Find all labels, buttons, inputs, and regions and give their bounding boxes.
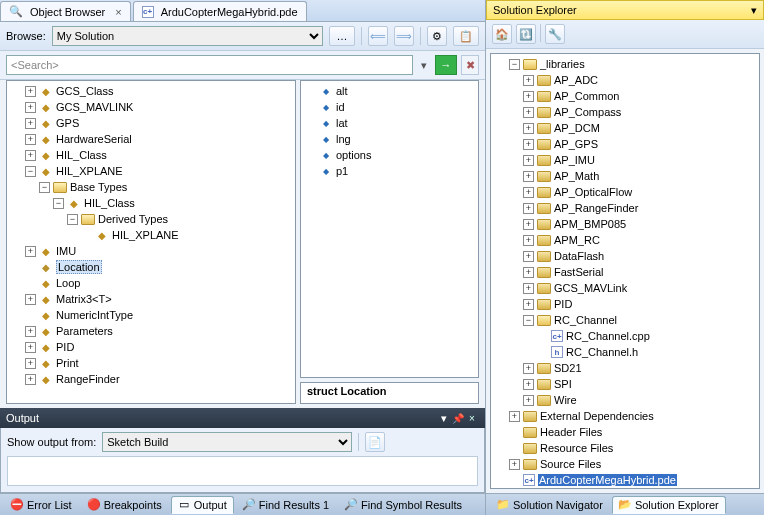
expand-icon[interactable]: + xyxy=(523,107,534,118)
expand-icon[interactable]: + xyxy=(25,294,36,305)
tab-find-symbol[interactable]: 🔎Find Symbol Results xyxy=(338,496,469,514)
output-content[interactable] xyxy=(7,456,478,486)
tab-solution-navigator[interactable]: 📁Solution Navigator xyxy=(490,496,610,514)
dropdown-icon[interactable]: ▾ xyxy=(751,4,757,17)
tab-pde-file[interactable]: c+ ArduCopterMegaHybrid.pde xyxy=(133,1,307,21)
expand-icon[interactable]: + xyxy=(523,235,534,246)
search-dropdown[interactable]: ▾ xyxy=(417,55,431,75)
collapse-icon[interactable]: − xyxy=(39,182,50,193)
cpp-file-icon: c+ xyxy=(142,6,154,18)
expand-icon[interactable]: + xyxy=(25,342,36,353)
cpp-file-icon: c+ xyxy=(551,330,563,342)
expand-icon[interactable]: + xyxy=(25,358,36,369)
folder-icon xyxy=(537,185,551,199)
expand-icon[interactable]: + xyxy=(523,283,534,294)
folder-icon xyxy=(537,233,551,247)
expand-icon[interactable]: + xyxy=(523,203,534,214)
tree-item-location[interactable]: Location xyxy=(7,259,295,275)
browse-select[interactable]: My Solution xyxy=(52,26,323,46)
expand-icon[interactable]: + xyxy=(523,267,534,278)
expand-icon[interactable]: + xyxy=(509,411,520,422)
folder-icon xyxy=(537,169,551,183)
view-dropdown[interactable]: 📋 xyxy=(453,26,479,46)
close-icon[interactable]: × xyxy=(115,6,121,18)
search-input[interactable] xyxy=(6,55,413,75)
search-clear-button[interactable]: ✖ xyxy=(461,55,479,75)
nav-forward-button[interactable]: ⟹ xyxy=(394,26,414,46)
folder-icon xyxy=(537,297,551,311)
collapse-icon[interactable]: − xyxy=(523,315,534,326)
tab-error-list[interactable]: ⛔Error List xyxy=(4,496,79,514)
expand-icon[interactable]: + xyxy=(25,134,36,145)
class-icon xyxy=(39,116,53,130)
class-icon xyxy=(39,84,53,98)
expand-icon[interactable]: + xyxy=(509,459,520,470)
collapse-icon[interactable]: − xyxy=(67,214,78,225)
tree-item-pde-file[interactable]: c+ArduCopterMegaHybrid.pde xyxy=(491,472,759,488)
search-bar: ▾ → ✖ xyxy=(0,51,485,80)
tab-solution-explorer[interactable]: 📂Solution Explorer xyxy=(612,496,726,514)
tab-breakpoints[interactable]: 🔴Breakpoints xyxy=(81,496,169,514)
folder-icon xyxy=(537,105,551,119)
expand-icon[interactable]: + xyxy=(523,299,534,310)
folder-icon xyxy=(537,89,551,103)
expand-icon[interactable]: + xyxy=(523,379,534,390)
struct-icon xyxy=(39,260,53,274)
expand-icon[interactable]: + xyxy=(523,395,534,406)
expand-icon[interactable]: + xyxy=(523,187,534,198)
folder-icon xyxy=(537,217,551,231)
tab-find-results-1[interactable]: 🔎Find Results 1 xyxy=(236,496,336,514)
close-icon[interactable]: × xyxy=(465,413,479,424)
collapse-icon[interactable]: − xyxy=(509,59,520,70)
expand-icon[interactable]: + xyxy=(523,251,534,262)
nav-back-button[interactable]: ⟸ xyxy=(368,26,388,46)
class-icon xyxy=(39,100,53,114)
expand-icon[interactable]: + xyxy=(523,363,534,374)
expand-icon[interactable]: + xyxy=(25,150,36,161)
class-icon xyxy=(39,324,53,338)
settings-button[interactable]: ⚙ xyxy=(427,26,447,46)
home-button[interactable]: 🏠 xyxy=(492,24,512,44)
expand-icon[interactable]: + xyxy=(523,155,534,166)
dropdown-icon[interactable]: ▾ xyxy=(437,412,451,425)
output-action-button[interactable]: 📄 xyxy=(365,432,385,452)
tab-object-browser[interactable]: 🔍 Object Browser × xyxy=(0,1,131,21)
field-icon xyxy=(319,164,333,178)
expand-icon[interactable]: + xyxy=(25,118,36,129)
properties-button[interactable]: 🔧 xyxy=(545,24,565,44)
search-go-button[interactable]: → xyxy=(435,55,457,75)
expand-icon[interactable]: + xyxy=(25,326,36,337)
cpp-file-icon: c+ xyxy=(523,474,535,486)
solution-nav-icon: 📁 xyxy=(497,499,509,511)
object-browser-icon: 🔍 xyxy=(9,5,23,19)
folder-icon xyxy=(537,313,551,327)
field-icon xyxy=(319,116,333,130)
expand-icon[interactable]: + xyxy=(523,91,534,102)
members-list[interactable]: alt id lat lng options p1 xyxy=(300,80,479,378)
folder-icon xyxy=(537,153,551,167)
expand-icon[interactable]: + xyxy=(25,374,36,385)
tab-output[interactable]: ▭Output xyxy=(171,496,234,514)
expand-icon[interactable]: + xyxy=(523,139,534,150)
expand-icon[interactable]: + xyxy=(25,102,36,113)
expand-icon[interactable]: + xyxy=(523,219,534,230)
refresh-button[interactable]: 🔃 xyxy=(516,24,536,44)
solution-tree[interactable]: −_libraries +AP_ADC +AP_Common +AP_Compa… xyxy=(490,53,760,489)
class-tree[interactable]: +GCS_Class +GCS_MAVLINK +GPS +HardwareSe… xyxy=(6,80,296,404)
expand-icon[interactable]: + xyxy=(523,75,534,86)
browse-settings-button[interactable]: … xyxy=(329,26,355,46)
collapse-icon[interactable]: − xyxy=(25,166,36,177)
expand-icon[interactable]: + xyxy=(25,246,36,257)
expand-icon[interactable]: + xyxy=(523,123,534,134)
folder-icon xyxy=(53,180,67,194)
expand-icon[interactable]: + xyxy=(523,171,534,182)
folder-icon xyxy=(81,212,95,226)
expand-icon[interactable]: + xyxy=(25,86,36,97)
folder-icon xyxy=(523,441,537,455)
collapse-icon[interactable]: − xyxy=(53,198,64,209)
output-source-select[interactable]: Sketch Build xyxy=(102,432,352,452)
pin-icon[interactable]: 📌 xyxy=(451,413,465,424)
breakpoint-icon: 🔴 xyxy=(88,499,100,511)
field-icon xyxy=(319,84,333,98)
solution-toolbar: 🏠 🔃 🔧 xyxy=(486,20,764,49)
